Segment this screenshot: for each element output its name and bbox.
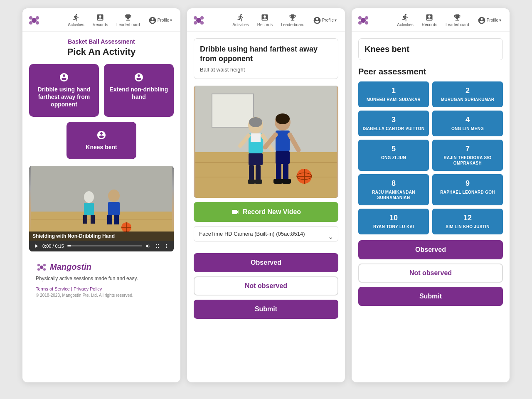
nav-records-label-3: Records [422,22,437,27]
peer-number: 8 [362,179,426,188]
submit-label-3: Submit [419,293,442,300]
nav-bar-1: Activities Records Leaderboard Profile ▾ [22,8,180,32]
peer-card[interactable]: 2 MURUGAN SURIAKUMAR [432,81,503,107]
footer-links: Terms of Service | Privacy Policy [36,286,167,291]
nav-profile-label-3: Profile [487,18,498,22]
nav-activities-1[interactable]: Activities [64,12,87,28]
nav-records-3[interactable]: Records [419,12,441,28]
pick-activity-title: Pick An Activity [29,47,174,57]
brand-tagline: Physically active sessions made fun and … [36,276,167,281]
not-observed-label-3: Not observed [409,269,452,276]
svg-rect-5 [31,166,172,212]
svg-point-12 [108,190,120,202]
screen1-card: Activities Records Leaderboard Profile ▾… [22,8,180,382]
nav-leaderboard-1[interactable]: Leaderboard [113,12,143,28]
video-big-placeholder [194,86,338,198]
nav-leaderboard-3[interactable]: Leaderboard [442,12,473,28]
svg-rect-11 [91,215,95,224]
nav-activities-2[interactable]: Activities [229,12,252,28]
not-observed-button-3[interactable]: Not observed [358,264,503,283]
privacy-link[interactable]: Privacy Policy [74,286,102,291]
record-new-video-button[interactable]: Record New Video [194,202,338,222]
brand-icon [36,261,47,273]
activity-btn-dribble[interactable]: Dribble using hand farthest away from op… [29,64,99,117]
peer-card[interactable]: 12 SIM LIN KHO JUSTIN [432,209,503,234]
svg-rect-9 [84,203,94,215]
camera-select[interactable]: FaceTime HD Camera (Built-in) (05ac:8514… [194,226,338,241]
activity-grid: Dribble using hand farthest away from op… [29,64,174,117]
peer-name: SIM LIN KHO JUSTIN [436,224,500,229]
progress-bar[interactable] [67,245,142,246]
svg-point-4 [36,21,39,25]
video-time: 0:00 / 0:15 [42,244,64,249]
peer-name: MURUGAN SURIAKUMAR [436,97,500,102]
peer-card[interactable]: 7 RAJIN THEODORA S/O OMPRAKASH [432,140,503,171]
nav-profile-1[interactable]: Profile ▾ [145,12,175,28]
record-btn-label: Record New Video [243,208,301,216]
nav-leaderboard-2[interactable]: Leaderboard [278,12,308,28]
volume-icon[interactable] [145,243,151,249]
svg-point-28 [200,21,204,25]
peer-name: MUNEEB RAMI SUDAKAR [362,97,426,102]
peer-card[interactable]: 10 RYAN TONY LU KAI [358,209,429,234]
peer-card[interactable]: 4 ONG LIN MENG [432,111,503,136]
submit-label-2: Submit [255,305,277,313]
peer-card[interactable]: 3 ISABELLA CANTOR VUITTON [358,111,429,136]
peer-card[interactable]: 8 RAJU MANIKANDAN SUBRAMANIAN [358,174,429,205]
peer-name: ISABELLA CANTOR VUITTON [362,126,426,131]
submit-button-3[interactable]: Submit [358,287,503,306]
not-observed-button[interactable]: Not observed [194,276,338,296]
video-controls[interactable]: 0:00 / 0:15 [29,241,174,251]
peer-name: RAJU MANIKANDAN SUBRAMANIAN [362,190,426,200]
peer-card[interactable]: 5 ONG ZI JUN [358,140,429,171]
camera-icon [231,208,239,216]
svg-rect-53 [273,179,283,184]
svg-rect-44 [255,180,262,184]
peer-number: 5 [362,145,426,153]
svg-point-35 [249,117,262,127]
submit-button-2[interactable]: Submit [194,300,338,319]
camera-select-wrapper: FaceTime HD Camera (Built-in) (05ac:8514… [194,226,338,247]
not-observed-label: Not observed [245,282,287,289]
nav-activities-3[interactable]: Activities [394,12,416,28]
svg-point-2 [36,16,39,20]
activity-extend-label: Extend non-dribbling hand [109,86,169,101]
brand-logo-row: Mangostin [36,261,167,273]
activity-btn-extend[interactable]: Extend non-dribbling hand [104,64,174,117]
svg-rect-30 [195,152,337,198]
mangostin-logo-icon-2 [192,14,205,27]
peer-card[interactable]: 9 RAPHAEL LEONARD GOH [432,174,503,205]
fullscreen-icon[interactable] [155,243,160,249]
nav-records-1[interactable]: Records [89,12,111,28]
terms-link[interactable]: Terms of Service [36,286,70,291]
observed-button[interactable]: Observed [194,253,338,272]
peer-card[interactable]: 1 MUNEEB RAMI SUDAKAR [358,81,429,107]
svg-rect-37 [251,133,261,142]
peer-name: ONG ZI JUN [362,155,426,160]
more-icon[interactable] [164,243,170,249]
nav-profile-label-2: Profile [322,18,334,22]
svg-point-22 [37,268,40,271]
basketball-scene-svg [194,86,338,198]
svg-rect-52 [283,164,288,180]
nav-records-2[interactable]: Records [254,12,276,28]
screen3-main: Knees bent Peer assessment 1 MUNEEB RAMI… [352,32,510,382]
play-icon[interactable] [33,243,39,249]
svg-point-8 [84,191,94,203]
criteria-title-2: Dribble using hand farthest away from op… [200,44,332,64]
screen3-card: Activities Records Leaderboard Profile ▾… [352,8,510,382]
nav-leaderboard-label-1: Leaderboard [116,22,140,27]
svg-point-60 [358,16,362,20]
nav-profile-2[interactable]: Profile ▾ [310,12,340,28]
svg-rect-43 [248,180,255,184]
footer-copyright: © 2018-2023, Mangostin Pte. Ltd. All rig… [36,293,167,298]
nav-activities-label-3: Activities [397,22,413,27]
video-label: Shielding with Non-Dribbling Hand [29,232,174,241]
peer-number: 9 [436,179,500,188]
nav-leaderboard-label-3: Leaderboard [446,22,469,27]
nav-profile-3[interactable]: Profile ▾ [474,12,505,28]
observed-button-3[interactable]: Observed [358,240,503,259]
svg-point-1 [29,16,32,20]
svg-point-59 [361,18,366,23]
activity-btn-knees[interactable]: Knees bent [66,122,136,159]
